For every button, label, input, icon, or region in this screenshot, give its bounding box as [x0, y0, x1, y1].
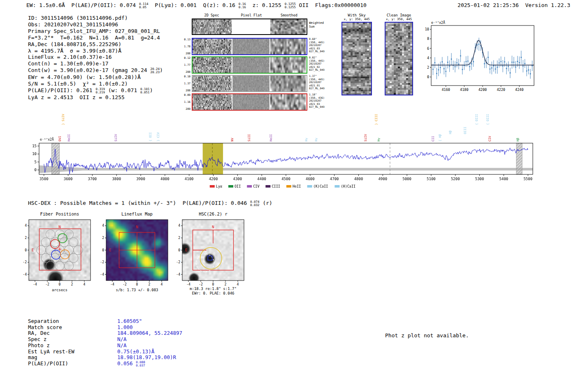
emission-line-labels: } SiIVOVIHeIISiIV{ OII} CIVNVSiIIHeIIHγH…	[58, 114, 520, 141]
y-tick-label: 4	[427, 56, 429, 60]
photz-note: Phot z plot not available.	[385, 332, 469, 339]
x-tick-label: 4300	[233, 177, 242, 181]
spectrum-plot-content: 3500360037003800390040004100420043004400…	[32, 114, 533, 188]
fiber-row-meta: 1.37"(350, 445)20210207v021_01027_RL_049	[309, 74, 338, 90]
text-segment: F=*3.2"* T=0.162 N=1.16 A=0.81 g=24.4	[28, 35, 160, 41]
emission-line-label: Hβ	[448, 130, 452, 134]
emission-line-label: SiII	[247, 134, 251, 141]
text-segment: 0.056	[117, 360, 136, 366]
spec2d-image	[270, 39, 306, 54]
hi-lo-range: 0.160.16	[239, 2, 246, 9]
y-tick-label: 4	[102, 224, 104, 227]
text-segment: )	[160, 67, 163, 73]
match-table-row: mag18.98(18.97,19.00)R	[28, 354, 283, 360]
text-segment: λ = 4195.7Å σ = 3.99(±0.87)Å	[28, 48, 121, 54]
y-tick-label: 15	[32, 144, 37, 148]
cutout-caption: s/b: 1.73 +/- 0.083	[116, 288, 158, 292]
x-tick-label: 5200	[451, 177, 460, 181]
y-tick-label: 0	[102, 248, 104, 252]
emission-line-label: OIII	[463, 127, 467, 134]
x-tick-label: 4	[84, 283, 86, 286]
x-tick-label: 3800	[112, 177, 121, 181]
fiber-row-meta: 1.18"(350, 436)20210207v021_03027_RL_049	[309, 93, 338, 109]
x-tick-label: 4240	[515, 88, 523, 92]
x-tick-label: 2	[225, 283, 227, 286]
match-table: Separation1.60505"Match score1.000RA, De…	[28, 318, 291, 376]
spec2d-image	[193, 57, 232, 73]
column-title: Pixel Flat	[235, 13, 268, 17]
column-title: 2D Spec	[195, 13, 228, 17]
match-table-value: 18.98(18.97,19.00)R	[117, 354, 176, 360]
text-segment: N/A	[117, 342, 127, 348]
match-table-value: N/A	[117, 342, 127, 348]
x-tick-label: -4	[186, 283, 190, 286]
info-line: RA,Dec (184.808716,55.225296)	[28, 41, 163, 48]
detection-info-block: ID: 3011514096 (3011514096.pdf)Obs: 2021…	[28, 15, 163, 101]
spec2d-image	[232, 39, 269, 54]
text-segment: EWr = 4.70(±0.90) (w: 1.50(±0.28))Å	[28, 74, 141, 80]
compass-east: E	[32, 248, 34, 252]
x-tick-label: 4220	[497, 88, 505, 92]
cutout-title: HSC(26.2) r	[199, 211, 228, 216]
emission-line-label: SiIV	[364, 134, 367, 141]
legend-swatch	[265, 185, 270, 188]
x-tick-label: 4900	[378, 177, 387, 181]
hsc-match-summary: HSC-DEX : Possible Matches = 1 (within +…	[28, 200, 272, 207]
legend-swatch	[210, 185, 215, 188]
text-segment: EW: 1.5±0.6Å P(LAE)/P(OII): 0.074	[26, 2, 139, 8]
y-tick-label: 5	[35, 160, 37, 164]
info-line: Obs: 20210207v021_3011514096	[28, 21, 163, 28]
spec2d-image	[270, 76, 306, 91]
text-segment: 1.60505"	[117, 318, 142, 324]
match-table-row: Spec zN/A	[28, 336, 283, 342]
hi-lo-range: 0.3190.219	[95, 88, 105, 94]
fit-plot-content: 416041804200422042400246810e⁻¹⁷x2Å	[425, 20, 534, 92]
text-segment: (w: 0.071	[105, 87, 140, 93]
match-table-row: RA, Dec184.809064, 55.224897	[28, 330, 283, 336]
y-tick-label: 2	[178, 236, 180, 240]
info-line: LyA z = 2.4513 OII z = 0.1255	[28, 94, 163, 101]
x-tick-label: -4	[33, 283, 37, 286]
fiber-row-weights: 0.101.37288	[179, 75, 190, 92]
text-segment: P(LAE)/P(OII): 0.261	[28, 87, 95, 93]
hsc-image-cutout: NE-4-4-2-2002244HSC(26.2) rm:18.3 re:1.8…	[170, 211, 248, 298]
x-tick-label: 3700	[88, 177, 97, 181]
info-line: P(LAE)/P(OII): 0.261 0.3190.219 (w: 0.07…	[28, 87, 163, 94]
x-tick-label: 4180	[460, 88, 468, 92]
legend-label: (H)CaII	[341, 184, 355, 188]
match-table-label: Spec z	[28, 336, 46, 342]
withsky-image	[341, 22, 372, 95]
info-line: ID: 3011514096 (3011514096.pdf)	[28, 15, 163, 21]
masked-band	[516, 143, 522, 174]
match-table-label: Separation	[28, 318, 59, 324]
legend-label: CIII	[272, 184, 280, 188]
emission-line-label: Hγ	[377, 137, 381, 141]
x-tick-label: 2	[149, 283, 151, 286]
emission-line-label: } CIV	[156, 132, 160, 141]
x-tick-label: 4500	[281, 177, 290, 181]
elixer-report: EW: 1.5±0.6Å P(LAE)/P(OII): 0.074 0.1140…	[0, 0, 576, 392]
header-summary: EW: 1.5±0.6Å P(LAE)/P(OII): 0.074 0.1140…	[26, 2, 367, 9]
legend-swatch	[228, 185, 233, 188]
y-axis-label: e⁻¹⁷x2Å	[40, 137, 54, 141]
match-table-row: Est LyA rest-EW0.75(±0.13)Å	[28, 348, 283, 355]
clean-image	[385, 22, 413, 95]
text-segment: RA,Dec (184.808716,55.225296)	[28, 41, 121, 47]
match-table-value: 184.809064, 55.224897	[117, 330, 182, 336]
cutout-title: Lineflux Map	[121, 211, 153, 216]
x-tick-label: -4	[110, 283, 114, 286]
emission-line-label: CII	[431, 136, 435, 141]
x-tick-label: 3500	[39, 177, 49, 181]
y-tick-label: -2	[23, 260, 27, 264]
emission-line-label: Hβ	[516, 137, 520, 141]
legend: LyαOIICIVCIIIHeII(K)CaII(H)CaII	[210, 184, 355, 188]
x-tick-label: 5000	[402, 177, 411, 181]
y-tick-label: 0	[35, 168, 37, 172]
legend-swatch	[286, 185, 291, 188]
emission-line-label: OVI	[58, 136, 62, 141]
x-tick-label: 0	[136, 283, 138, 286]
x-tick-label: 4100	[185, 177, 194, 181]
text-segment: 0.75(±0.13)Å	[117, 348, 154, 355]
compass-east: E	[185, 248, 187, 252]
weighted-sum-row	[192, 19, 307, 35]
